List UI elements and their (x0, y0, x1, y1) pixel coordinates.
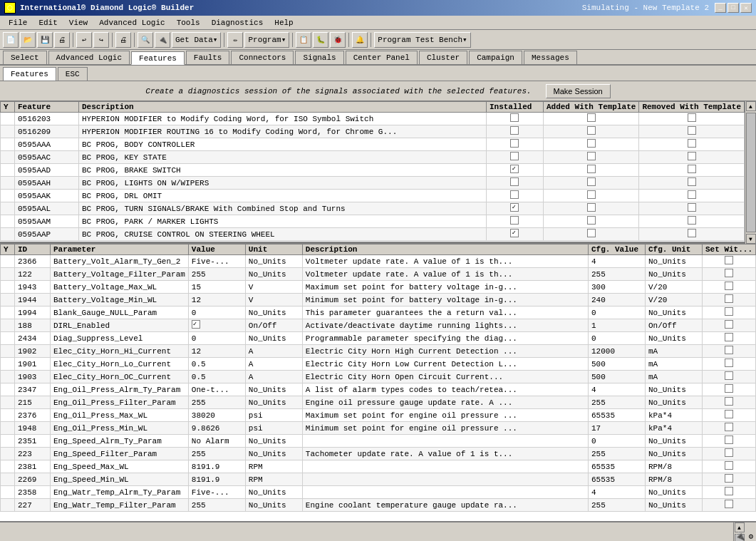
lower-row-id: 227 (15, 499, 51, 512)
get-data-button[interactable]: Get Data ▾ (172, 32, 221, 48)
lower-table-row[interactable]: 2347 Eng_Oil_Press_Alrm_Ty_Param One-t..… (1, 383, 756, 396)
search-button[interactable]: 🔍 (138, 32, 153, 48)
col-header-installed[interactable]: Installed (486, 102, 543, 113)
lower-table-row[interactable]: 188 DIRL_Enabled On/Off Activate/deactiv… (1, 319, 756, 332)
edit-button[interactable]: ✏ (227, 32, 243, 48)
subtab-esc[interactable]: ESC (58, 67, 88, 81)
lower-table-row[interactable]: 2366 Battery_Volt_Alarm_Ty_Gen_2 Five-..… (1, 255, 756, 268)
lower-table-container[interactable]: Y ID Parameter Value Unit Description Cf… (0, 244, 756, 521)
program-testbench-button[interactable]: Program Test Bench ▾ (374, 32, 470, 48)
lower-table-row[interactable]: 1902 Elec_City_Horn_Hi_Current 12 A Elec… (1, 345, 756, 358)
lower-table-row[interactable]: 223 Eng_Speed_Filter_Param 255 No_Units … (1, 448, 756, 460)
tab-advanced-logic[interactable]: Advanced Logic (48, 51, 130, 64)
lower-table-row[interactable]: 215 Eng_Oil_Press_Filter_Param 255 No_Un… (1, 396, 756, 409)
lower-table-row[interactable]: 2381 Eng_Speed_Max_WL 8191.9 RPM 65535 R… (1, 460, 756, 473)
menu-view[interactable]: View (63, 17, 93, 29)
menu-file[interactable]: File (3, 17, 33, 29)
lower-col-param[interactable]: Parameter (51, 244, 189, 255)
program-button[interactable]: Program ▾ (244, 32, 289, 48)
lower-table-row[interactable]: 122 Battery_Voltage_Filter_Param 255 No_… (1, 268, 756, 281)
lower-row-id: 2434 (15, 332, 51, 345)
print2-button[interactable]: 🖨 (115, 32, 131, 48)
upper-table-row[interactable]: 0595AAD BC PROG, BRAKE SWITCH (1, 164, 745, 177)
maximize-button[interactable]: □ (727, 3, 739, 13)
upper-scroll-down[interactable]: ▼ (746, 234, 756, 244)
upper-table-row[interactable]: 0516203 HYPERION MODIFIER to Modify Codi… (1, 113, 745, 125)
lower-col-cfg[interactable]: Cfg. Value (588, 244, 645, 255)
lower-col-setwit[interactable]: Set Wit... (702, 244, 755, 255)
upper-table-row[interactable]: 0595AAH BC PROG, LIGHTS ON W/WIPERS (1, 177, 745, 190)
upper-table-container[interactable]: Y Feature Description Installed Added Wi… (0, 101, 745, 244)
tab-campaign[interactable]: Campaign (469, 51, 522, 64)
lower-table-row[interactable]: 227 Eng_Watr_Temp_Filter_Param 255 No_Un… (1, 499, 756, 512)
upper-row-added (543, 228, 638, 241)
lower-col-unit[interactable]: Unit (245, 244, 302, 255)
upper-row-installed (486, 151, 543, 164)
upper-table-row[interactable]: 0516209 HYPERION MODIFIER ROUTING 16 to … (1, 125, 745, 138)
tab-connectors[interactable]: Connectors (231, 51, 294, 64)
lower-row-unit: A (245, 358, 302, 371)
lower-table-row[interactable]: 2269 Eng_Speed_Min_WL 8191.9 RPM 65535 R… (1, 473, 756, 486)
upper-table-row[interactable]: 0595AAK BC PROG, DRL OMIT (1, 190, 745, 202)
new-button[interactable]: 📄 (3, 32, 19, 48)
make-session-button[interactable]: Make Session (546, 84, 611, 98)
tab-signals[interactable]: Signals (295, 51, 343, 64)
upper-scrollbar[interactable]: ▲ ▼ (745, 101, 756, 244)
upper-table-row[interactable]: 0595AAL BC PROG, TURN SIGNALS/BRAKE With… (1, 202, 745, 215)
alarm-button[interactable]: 🔔 (352, 32, 368, 48)
tab-faults[interactable]: Faults (186, 51, 230, 64)
doc-button[interactable]: 📋 (296, 32, 311, 48)
menu-diagnostics[interactable]: Diagnostics (206, 17, 269, 29)
minimize-button[interactable]: _ (715, 3, 726, 13)
upper-scroll-thumb[interactable] (746, 113, 756, 232)
upper-row-y (1, 228, 15, 241)
lower-table-row[interactable]: 1903 Elec_City_Horn_OC_Current 0.5 A Ele… (1, 371, 756, 383)
col-header-removed[interactable]: Removed With Template (639, 102, 745, 113)
lower-col-value[interactable]: Value (188, 244, 245, 255)
tab-cluster[interactable]: Cluster (419, 51, 467, 64)
print-button[interactable]: 🖨 (54, 32, 70, 48)
undo-button[interactable]: ↩ (76, 32, 92, 48)
tab-center-panel[interactable]: Center Panel (346, 51, 418, 64)
lower-table-row[interactable]: 1994 Blank_Gauge_NULL_Param 0 No_Units T… (1, 306, 756, 319)
subtab-features[interactable]: Features (3, 67, 56, 81)
upper-scroll-up[interactable]: ▲ (746, 101, 756, 111)
lower-table-row[interactable]: 1944 Battery_Voltage_Min_WL 12 V Minimum… (1, 294, 756, 306)
lower-col-cfgunit[interactable]: Cfg. Unit (645, 244, 702, 255)
menu-tools[interactable]: Tools (171, 17, 206, 29)
upper-table-row[interactable]: 0595AAC BC PROG, KEY STATE (1, 151, 745, 164)
close-button[interactable]: ✕ (740, 3, 752, 13)
menu-help[interactable]: Help (269, 17, 299, 29)
lower-table-row[interactable]: 2434 Diag_Suppress_Level 0 No_Units Prog… (1, 332, 756, 345)
lower-table-row[interactable]: 1943 Battery_Voltage_Max_WL 15 V Maximum… (1, 281, 756, 294)
lower-table-row[interactable]: 2358 Eng_Watr_Temp_Alrm_Ty_Param Five-..… (1, 486, 756, 499)
upper-table-row[interactable]: 0595AAM BC PROG, PARK / MARKER LIGHTS (1, 215, 745, 228)
lower-row-setwit (702, 255, 755, 268)
tab-select[interactable]: Select (3, 51, 47, 64)
save-button[interactable]: 💾 (37, 32, 53, 48)
col-header-desc[interactable]: Description (79, 102, 487, 113)
open-button[interactable]: 📂 (20, 32, 36, 48)
lower-scroll-up[interactable]: ▲ (735, 522, 745, 532)
redo-button[interactable]: ↪ (93, 32, 109, 48)
upper-table-row[interactable]: 0595AAP BC PROG, CRUISE CONTROL ON STEER… (1, 228, 745, 241)
menu-bar: File Edit View Advanced Logic Tools Diag… (0, 16, 756, 30)
lower-col-desc[interactable]: Description (302, 244, 588, 255)
lower-row-y (1, 460, 15, 473)
lower-table-row[interactable]: 2351 Eng_Speed_Alrm_Ty_Param No Alarm No… (1, 435, 756, 448)
bug-button[interactable]: 🐛 (313, 32, 328, 48)
upper-table-row[interactable]: 0595AAA BC PROG, BODY CONTROLLER (1, 138, 745, 151)
col-header-added[interactable]: Added With Template (543, 102, 638, 113)
lower-table-row[interactable]: 1948 Eng_Oil_Press_Min_WL 9.8626 psi Min… (1, 422, 756, 435)
tab-features[interactable]: Features (131, 51, 185, 65)
menu-advanced-logic[interactable]: Advanced Logic (93, 17, 170, 29)
lower-row-setwit (702, 281, 755, 294)
bug2-button[interactable]: 🐞 (330, 32, 346, 48)
lower-table-row[interactable]: 2376 Eng_Oil_Press_Max_WL 38020 psi Maxi… (1, 409, 756, 422)
tab-messages[interactable]: Messages (524, 51, 577, 64)
connect-button[interactable]: 🔌 (155, 32, 170, 48)
lower-col-id[interactable]: ID (15, 244, 51, 255)
menu-edit[interactable]: Edit (33, 17, 63, 29)
col-header-feature[interactable]: Feature (15, 102, 79, 113)
lower-table-row[interactable]: 1901 Elec_City_Horn_Lo_Current 0.5 A Ele… (1, 358, 756, 371)
